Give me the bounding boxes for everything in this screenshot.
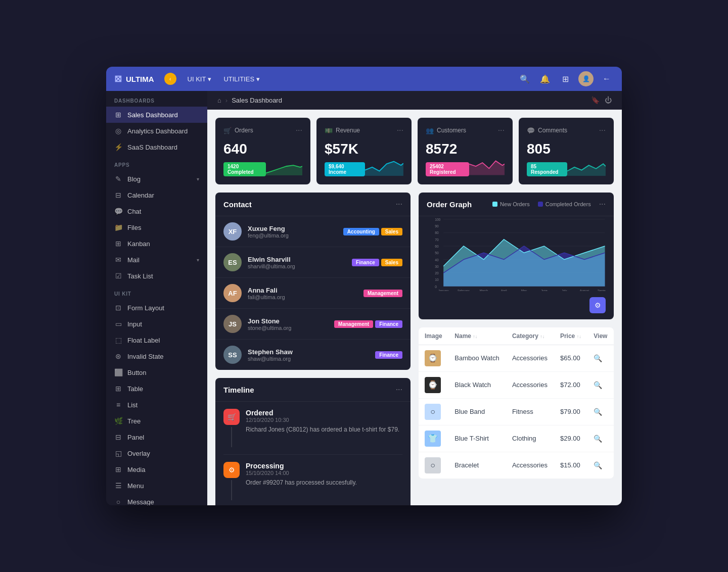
logo-icon: ⊠ bbox=[114, 73, 122, 84]
sidebar-item-message[interactable]: ○ Message bbox=[106, 494, 207, 505]
orders-menu[interactable]: ··· bbox=[296, 126, 302, 135]
view-icon[interactable]: 🔍 bbox=[594, 408, 602, 416]
contact-panel-menu[interactable]: ··· bbox=[396, 200, 402, 209]
sidebar-item-float-label[interactable]: ⬚ Float Label bbox=[106, 332, 207, 348]
contact-panel-title: Contact bbox=[223, 200, 252, 209]
tag-finance: Finance bbox=[375, 320, 402, 328]
cart-icon: 🛒 bbox=[223, 127, 232, 134]
sidebar-item-files[interactable]: 📁 Files bbox=[106, 219, 207, 235]
view-icon[interactable]: 🔍 bbox=[594, 381, 602, 389]
panel-icon: ⊟ bbox=[114, 433, 122, 441]
contact-info: Elwin Sharvill sharvill@ultima.org bbox=[248, 256, 346, 269]
sidebar-item-button[interactable]: ⬜ Button bbox=[106, 364, 207, 380]
timeline-panel-menu[interactable]: ··· bbox=[396, 385, 402, 394]
sidebar-item-analytics-dashboard[interactable]: ◎ Analytics Dashboard bbox=[106, 123, 207, 139]
table-row: ○ Bracelet Accessories $15.00 🔍 bbox=[419, 452, 614, 479]
sidebar-item-list[interactable]: ≡ List bbox=[106, 397, 207, 413]
sidebar-toggle[interactable]: ‹ bbox=[164, 73, 176, 85]
svg-text:100: 100 bbox=[435, 218, 440, 221]
timeline-content-processing: Processing 15/10/2020 14:00 Order #99207… bbox=[246, 462, 402, 500]
product-price: $15.00 bbox=[554, 452, 587, 479]
contact-tags: Accounting Sales bbox=[343, 228, 402, 235]
sidebar-label: Form Layout bbox=[127, 304, 164, 312]
settings-button[interactable]: ⚙ bbox=[589, 297, 606, 313]
sidebar-item-blog[interactable]: ✎ Blog ▾ bbox=[106, 171, 207, 187]
view-icon[interactable]: 🔍 bbox=[594, 435, 602, 443]
product-price: $65.00 bbox=[554, 345, 587, 371]
new-orders-dot bbox=[492, 202, 497, 207]
sidebar-item-tasklist[interactable]: ☑ Task List bbox=[106, 268, 207, 284]
tag-sales: Sales bbox=[381, 259, 402, 266]
nav-utilities[interactable]: UTILITIES ▾ bbox=[218, 73, 265, 85]
sidebar-item-invalid-state[interactable]: ⊛ Invalid State bbox=[106, 348, 207, 364]
customers-card: 👥 Customers ··· 8572 25402 Registered bbox=[418, 118, 513, 184]
contact-email: sharvill@ultima.org bbox=[248, 263, 346, 269]
timeline-date: 12/10/2020 10:30 bbox=[246, 417, 402, 423]
view-icon[interactable]: 🔍 bbox=[594, 461, 602, 469]
grid-button[interactable]: ⊞ bbox=[558, 72, 572, 86]
sidebar-item-panel[interactable]: ⊟ Panel bbox=[106, 429, 207, 445]
sidebar-item-media[interactable]: ⊞ Media bbox=[106, 461, 207, 478]
svg-text:August: August bbox=[580, 289, 589, 291]
sidebar-item-mail[interactable]: ✉ Mail ▾ bbox=[106, 252, 207, 268]
sidebar-label: Files bbox=[127, 224, 141, 231]
sidebar-label: Sales Dashboard bbox=[127, 111, 178, 119]
contact-item: ES Elwin Sharvill sharvill@ultima.org Fi… bbox=[215, 247, 411, 278]
order-graph-menu[interactable]: ··· bbox=[599, 200, 606, 209]
nav-uikit[interactable]: UI KIT ▾ bbox=[183, 73, 217, 85]
sidebar-item-tree[interactable]: 🌿 Tree bbox=[106, 413, 207, 429]
chevron-down-icon: ▾ bbox=[197, 176, 199, 182]
product-name: Blue Band bbox=[448, 398, 506, 425]
product-price: $72.00 bbox=[554, 371, 587, 398]
svg-text:April: April bbox=[501, 289, 507, 291]
col-category[interactable]: Category ↑↓ bbox=[506, 327, 554, 345]
notifications-button[interactable]: 🔔 bbox=[538, 72, 552, 86]
search-button[interactable]: 🔍 bbox=[518, 72, 532, 86]
revenue-menu[interactable]: ··· bbox=[397, 126, 403, 135]
product-name: Blue T-Shirt bbox=[448, 425, 506, 452]
sidebar-item-form-layout[interactable]: ⊡ Form Layout bbox=[106, 300, 207, 316]
sidebar-item-input[interactable]: ▭ Input bbox=[106, 316, 207, 332]
view-icon[interactable]: 🔍 bbox=[594, 354, 602, 362]
sidebar-item-kanban[interactable]: ⊞ Kanban bbox=[106, 235, 207, 252]
table-icon: ⊞ bbox=[114, 385, 122, 393]
power-icon[interactable]: ⏻ bbox=[605, 96, 612, 104]
back-button[interactable]: ← bbox=[600, 72, 614, 86]
comments-title: Comments bbox=[538, 127, 567, 134]
sidebar-item-overlay[interactable]: ◱ Overlay bbox=[106, 445, 207, 461]
product-image: ⌚ bbox=[425, 350, 441, 366]
contact-tags: Finance bbox=[375, 351, 402, 359]
overlay-icon: ◱ bbox=[114, 449, 122, 457]
timeline-text: Richard Jones (C8012) has ordered a blue… bbox=[246, 425, 402, 434]
sidebar-item-menu[interactable]: ☰ Menu bbox=[106, 478, 207, 494]
sidebar-item-table[interactable]: ⊞ Table bbox=[106, 380, 207, 397]
contact-avatar: SS bbox=[223, 346, 242, 364]
col-name[interactable]: Name ↑↓ bbox=[448, 327, 506, 345]
sidebar-item-calendar[interactable]: ⊟ Calendar bbox=[106, 187, 207, 203]
home-icon[interactable]: ⌂ bbox=[217, 97, 221, 104]
main-content: ⌂ › Sales Dashboard 🔖 ⏻ 🛒 bbox=[207, 91, 622, 505]
breadcrumb-actions: 🔖 ⏻ bbox=[591, 96, 612, 104]
product-category: Accessories bbox=[506, 345, 554, 371]
button-icon: ⬜ bbox=[114, 368, 122, 376]
main-layout: DASHBOARDS ⊞ Sales Dashboard ◎ Analytics… bbox=[106, 91, 622, 505]
product-price: $29.00 bbox=[554, 425, 587, 452]
sidebar-item-sales-dashboard[interactable]: ⊞ Sales Dashboard bbox=[106, 107, 207, 123]
completed-orders-dot bbox=[538, 202, 543, 207]
customers-menu[interactable]: ··· bbox=[498, 126, 505, 135]
product-image: ⌚ bbox=[425, 377, 441, 393]
sidebar-item-saas-dashboard[interactable]: ⚡ SaaS Dashboard bbox=[106, 139, 207, 155]
nav-items: UI KIT ▾ UTILITIES ▾ bbox=[183, 73, 512, 85]
bookmark-icon[interactable]: 🔖 bbox=[591, 96, 600, 104]
col-view: View bbox=[587, 327, 614, 345]
tag-finance: Finance bbox=[375, 351, 402, 359]
orders-title: Orders bbox=[235, 127, 253, 134]
user-avatar[interactable]: 👤 bbox=[578, 71, 594, 86]
breadcrumb: ⌂ › Sales Dashboard 🔖 ⏻ bbox=[207, 91, 622, 110]
contact-info: Xuxue Feng feng@ultima.org bbox=[248, 225, 337, 239]
comments-menu[interactable]: ··· bbox=[599, 126, 606, 135]
contact-tags: Management bbox=[363, 290, 402, 297]
col-price[interactable]: Price ↑↓ bbox=[554, 327, 587, 345]
timeline-connector bbox=[231, 480, 232, 500]
sidebar-item-chat[interactable]: 💬 Chat bbox=[106, 203, 207, 219]
